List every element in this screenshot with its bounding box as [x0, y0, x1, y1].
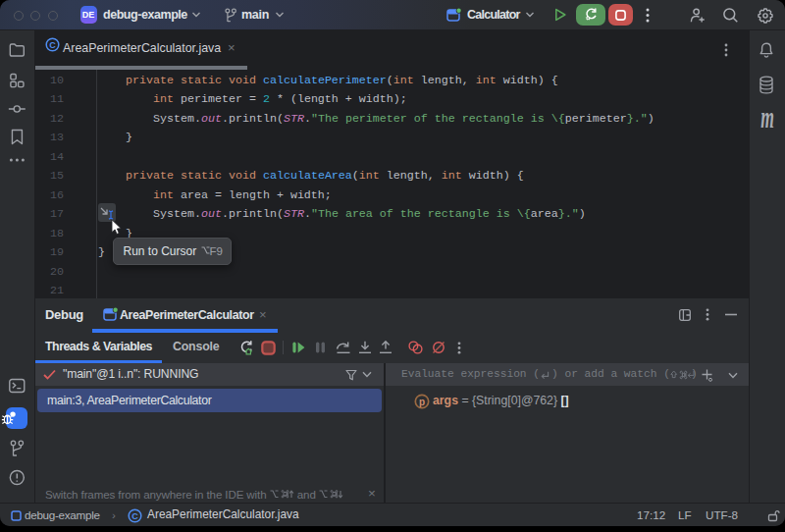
svg-text:p: p	[419, 397, 425, 407]
svg-text:C: C	[49, 39, 56, 49]
svg-text:C: C	[131, 510, 138, 520]
